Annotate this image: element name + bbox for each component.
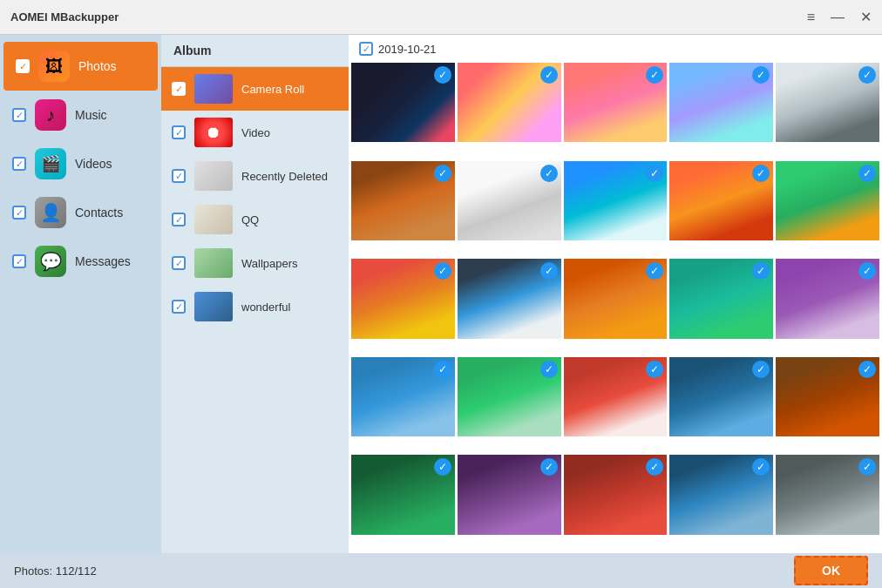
photo-cell-11[interactable]: ✓ — [458, 259, 561, 338]
statusbar: Photos: 112/112 OK — [0, 553, 882, 588]
sidebar-label-messages: Messages — [75, 254, 131, 268]
album-item-wonderful[interactable]: wonderful — [161, 285, 349, 328]
photo-cell-14[interactable]: ✓ — [776, 259, 879, 338]
app-body: 🖼 Photos ♪ Music 🎬 Videos 👤 Contacts 💬 M… — [0, 35, 882, 553]
album-check-recently-deleted — [172, 169, 186, 183]
photo-cell-20[interactable]: ✓ — [351, 455, 455, 534]
photo-cell-19[interactable]: ✓ — [776, 357, 879, 436]
album-name-camera-roll: Camera Roll — [241, 83, 304, 96]
album-check-wonderful — [172, 300, 186, 314]
album-name-wonderful: wonderful — [241, 301, 290, 314]
album-item-qq[interactable]: QQ — [161, 198, 349, 241]
album-item-video[interactable]: ⏺ Video — [161, 111, 349, 154]
sidebar-item-messages[interactable]: 💬 Messages — [0, 237, 161, 286]
sidebar-check-contacts — [12, 206, 26, 220]
date-label: 2019-10-21 — [378, 43, 437, 56]
photo-cell-0[interactable]: ✓ — [351, 63, 455, 142]
album-thumb-video: ⏺ — [194, 118, 233, 147]
list-icon[interactable]: ≡ — [807, 10, 815, 25]
sidebar-check-photos — [16, 59, 30, 73]
album-thumb-recently-deleted — [194, 161, 233, 191]
minimize-button[interactable]: — — [831, 10, 845, 25]
album-thumb-camera-roll — [194, 74, 233, 104]
album-check-video — [172, 125, 186, 139]
contacts-icon: 👤 — [35, 197, 66, 228]
album-check-wallpapers — [172, 256, 186, 270]
album-name-recently-deleted: Recently Deleted — [241, 170, 328, 183]
photo-cell-6[interactable]: ✓ — [458, 161, 561, 240]
sidebar-label-contacts: Contacts — [75, 206, 123, 220]
music-icon: ♪ — [35, 99, 66, 131]
photo-cell-23[interactable]: ✓ — [669, 455, 773, 534]
photo-cell-13[interactable]: ✓ — [669, 259, 773, 338]
album-name-qq: QQ — [241, 213, 259, 226]
photo-grid: ✓✓✓✓✓✓✓✓✓✓✓✓✓✓✓✓✓✓✓✓✓✓✓✓✓ — [349, 63, 882, 553]
sidebar: 🖼 Photos ♪ Music 🎬 Videos 👤 Contacts 💬 M… — [0, 35, 161, 553]
sidebar-check-messages — [12, 254, 26, 268]
titlebar: AOMEI MBackupper ≡ — ✕ — [0, 0, 882, 35]
sidebar-label-music: Music — [75, 108, 107, 122]
album-panel: Album Camera Roll ⏺ Video Recently Delet… — [161, 35, 349, 553]
photo-cell-5[interactable]: ✓ — [351, 161, 455, 240]
photo-cell-24[interactable]: ✓ — [776, 455, 879, 534]
photo-cell-2[interactable]: ✓ — [564, 63, 668, 142]
photo-cell-16[interactable]: ✓ — [458, 357, 561, 436]
photo-cell-22[interactable]: ✓ — [564, 455, 668, 534]
sidebar-check-music — [12, 108, 26, 122]
date-header: 2019-10-21 — [349, 35, 882, 63]
date-check-icon[interactable] — [359, 42, 373, 56]
sidebar-check-videos — [12, 157, 26, 171]
photo-cell-7[interactable]: ✓ — [564, 161, 668, 240]
album-check-qq — [172, 213, 186, 226]
photo-cell-4[interactable]: ✓ — [776, 63, 879, 142]
window-controls: ≡ — ✕ — [807, 9, 872, 25]
videos-icon: 🎬 — [35, 148, 66, 179]
album-check-camera-roll — [172, 82, 186, 96]
photos-count: Photos: 112/112 — [14, 564, 97, 578]
ok-button[interactable]: OK — [794, 556, 868, 585]
photo-cell-10[interactable]: ✓ — [351, 259, 455, 338]
photo-cell-12[interactable]: ✓ — [564, 259, 668, 338]
app-title: AOMEI MBackupper — [10, 10, 807, 24]
close-button[interactable]: ✕ — [860, 9, 872, 25]
photo-cell-1[interactable]: ✓ — [458, 63, 561, 142]
album-name-video: Video — [241, 126, 270, 139]
album-thumb-qq — [194, 205, 233, 234]
album-thumb-wonderful — [194, 292, 233, 321]
album-thumb-wallpapers — [194, 248, 233, 278]
album-name-wallpapers: Wallpapers — [241, 257, 298, 270]
album-list: Camera Roll ⏺ Video Recently Deleted QQ — [161, 67, 349, 553]
photo-cell-15[interactable]: ✓ — [351, 357, 455, 436]
sidebar-label-photos: Photos — [78, 59, 117, 73]
photo-cell-3[interactable]: ✓ — [669, 63, 773, 142]
sidebar-label-videos: Videos — [75, 157, 112, 171]
photo-area: 2019-10-21 ✓✓✓✓✓✓✓✓✓✓✓✓✓✓✓✓✓✓✓✓✓✓✓✓✓ — [349, 35, 882, 553]
photo-cell-21[interactable]: ✓ — [458, 455, 561, 534]
album-item-recently-deleted[interactable]: Recently Deleted — [161, 154, 349, 198]
sidebar-item-music[interactable]: ♪ Music — [0, 91, 161, 139]
album-item-camera-roll[interactable]: Camera Roll — [161, 67, 349, 111]
sidebar-item-contacts[interactable]: 👤 Contacts — [0, 188, 161, 237]
photo-cell-17[interactable]: ✓ — [564, 357, 668, 436]
messages-icon: 💬 — [35, 246, 66, 277]
photo-cell-18[interactable]: ✓ — [669, 357, 773, 436]
photo-cell-9[interactable]: ✓ — [776, 161, 879, 240]
photo-cell-8[interactable]: ✓ — [669, 161, 773, 240]
album-item-wallpapers[interactable]: Wallpapers — [161, 241, 349, 285]
sidebar-item-photos[interactable]: 🖼 Photos — [3, 42, 158, 91]
album-header: Album — [161, 35, 349, 67]
photos-icon: 🖼 — [38, 51, 70, 82]
sidebar-item-videos[interactable]: 🎬 Videos — [0, 139, 161, 188]
